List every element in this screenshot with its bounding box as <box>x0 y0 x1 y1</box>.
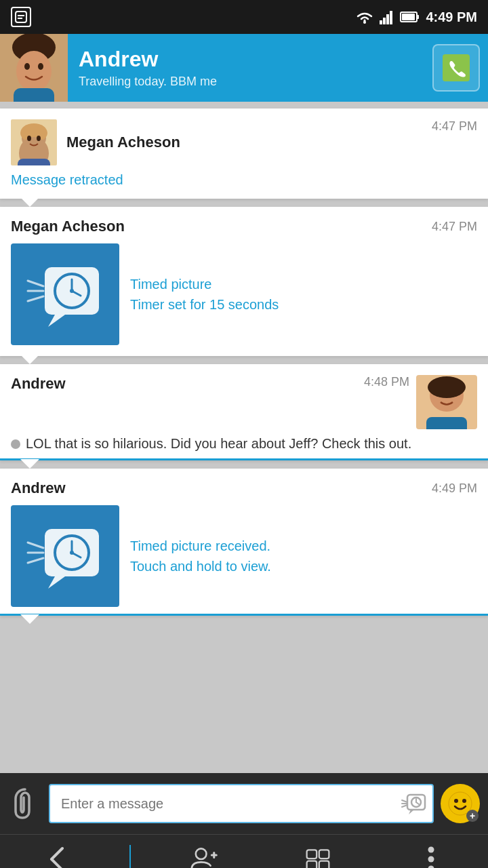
call-button[interactable] <box>432 44 480 92</box>
contact-name: Andrew <box>79 47 422 72</box>
nav-back[interactable]: Back <box>16 846 98 868</box>
message-2: Megan Acheson 4:47 PM <box>0 207 488 356</box>
msg-3-time: 4:48 PM <box>364 375 409 389</box>
bbm-status-icon <box>11 7 31 27</box>
svg-rect-10 <box>402 14 415 20</box>
phone-icon <box>443 54 470 81</box>
timed-picture-block-2[interactable]: Timed picture Timer set for 15 seconds <box>11 243 477 345</box>
svg-point-13 <box>16 51 52 92</box>
svg-rect-1 <box>18 15 24 16</box>
svg-rect-0 <box>16 12 26 22</box>
back-icon <box>43 846 70 868</box>
msg-3-body: LOL that is so hilarious. Did you hear a… <box>26 436 411 452</box>
contact-info: Andrew Travelling today. BBM me <box>68 47 432 89</box>
svg-point-36 <box>439 391 443 397</box>
msg-2-sender: Megan Acheson <box>11 218 125 235</box>
wifi-icon <box>355 9 374 24</box>
msg-1-body: Message retracted <box>11 172 477 188</box>
battery-icon <box>400 10 420 24</box>
bottom-nav: Back Invite More Send <box>0 834 488 868</box>
svg-line-39 <box>28 542 43 548</box>
contact-status: Travelling today. BBM me <box>79 75 422 89</box>
svg-line-26 <box>28 296 43 301</box>
svg-rect-6 <box>386 14 389 24</box>
msg-2-timer-label: Timer set for 15 seconds <box>130 294 279 315</box>
msg-3-body-container: LOL that is so hilarious. Did you hear a… <box>11 436 477 452</box>
svg-line-55 <box>416 802 419 804</box>
svg-point-35 <box>428 376 466 398</box>
nav-invite-more[interactable]: Invite More <box>163 846 245 868</box>
input-area: + <box>0 773 488 834</box>
timed-picture-block-4[interactable]: Timed picture received. Touch and hold t… <box>11 505 477 607</box>
timed-pic-thumbnail-2 <box>11 243 119 345</box>
svg-rect-63 <box>319 850 329 859</box>
svg-rect-62 <box>306 850 317 859</box>
svg-point-47 <box>70 551 74 555</box>
svg-point-57 <box>454 799 458 803</box>
msg-2-time: 4:47 PM <box>432 220 477 234</box>
svg-marker-28 <box>48 315 65 327</box>
svg-rect-4 <box>380 20 382 24</box>
svg-rect-65 <box>319 861 329 868</box>
svg-point-66 <box>428 847 434 853</box>
time-display: 4:49 PM <box>426 9 477 25</box>
svg-point-58 <box>462 799 466 803</box>
svg-rect-9 <box>417 15 419 19</box>
msg-1-time: 4:47 PM <box>432 119 477 134</box>
status-right: 4:49 PM <box>355 9 477 25</box>
message-4: Andrew 4:49 PM Timed picture received. <box>0 469 488 616</box>
nav-send[interactable]: Send <box>277 846 359 868</box>
message-3: Andrew 4:48 PM LO <box>0 364 488 460</box>
svg-point-32 <box>70 289 74 293</box>
chat-header: Andrew Travelling today. BBM me <box>0 34 488 102</box>
attach-button[interactable] <box>8 787 42 821</box>
andrew-avatar-3 <box>416 375 477 429</box>
signal-icon <box>380 9 394 24</box>
timed-pic-thumbnail-4 <box>11 505 119 607</box>
svg-marker-43 <box>48 576 65 589</box>
svg-rect-38 <box>426 417 467 429</box>
nav-divider-1 <box>129 845 131 869</box>
timed-pic-input-button[interactable] <box>399 789 428 818</box>
nav-more[interactable]: More <box>390 846 472 868</box>
msg-4-touch-label: Touch and hold to view. <box>130 556 271 576</box>
svg-rect-2 <box>18 18 22 19</box>
svg-line-41 <box>28 558 43 563</box>
status-left <box>11 7 31 27</box>
svg-point-59 <box>196 848 207 859</box>
message-1: Megan Acheson 4:47 PM Message retracted <box>0 108 488 199</box>
invite-more-icon <box>190 846 218 868</box>
delivery-indicator <box>11 439 20 449</box>
message-input[interactable] <box>49 784 434 823</box>
svg-point-14 <box>24 63 30 70</box>
contact-avatar <box>0 34 68 102</box>
more-icon <box>418 846 445 868</box>
msg-3-sender: Andrew <box>11 375 66 393</box>
messages-area: Megan Acheson 4:47 PM Message retracted … <box>0 102 488 773</box>
blue-separator-4 <box>0 614 488 616</box>
send-icon <box>304 846 331 868</box>
msg-2-timed-label: Timed picture <box>130 274 279 294</box>
megan-avatar-1 <box>11 119 57 165</box>
svg-point-21 <box>27 136 31 141</box>
svg-rect-5 <box>383 18 386 24</box>
svg-rect-7 <box>390 11 392 24</box>
svg-rect-16 <box>14 88 54 102</box>
msg-4-time: 4:49 PM <box>432 481 477 496</box>
msg-1-sender: Megan Acheson <box>66 134 180 151</box>
svg-line-24 <box>28 281 43 286</box>
emoji-button[interactable]: + <box>441 784 480 823</box>
svg-point-22 <box>37 136 41 141</box>
svg-point-15 <box>38 63 43 70</box>
status-bar: 4:49 PM <box>0 0 488 34</box>
svg-point-37 <box>451 391 455 397</box>
msg-4-sender: Andrew <box>11 479 66 497</box>
svg-rect-64 <box>306 861 317 868</box>
message-input-container <box>49 784 434 823</box>
svg-point-68 <box>428 866 434 869</box>
svg-rect-23 <box>18 159 50 165</box>
emoji-plus-icon: + <box>466 810 479 822</box>
svg-point-3 <box>363 21 366 24</box>
msg-4-timed-label: Timed picture received. <box>130 536 271 556</box>
blue-separator <box>0 458 488 460</box>
